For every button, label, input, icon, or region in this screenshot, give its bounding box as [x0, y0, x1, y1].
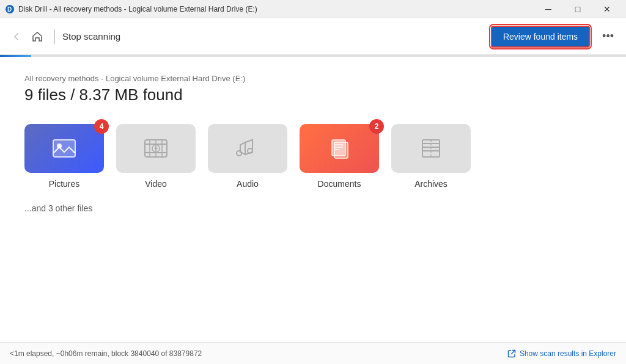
documents-badge: 2 — [369, 119, 384, 134]
toolbar-nav — [7, 27, 46, 46]
title-bar-controls: ─ □ ✕ — [534, 0, 621, 18]
more-options-button[interactable]: ••• — [597, 27, 619, 45]
file-card-pictures[interactable]: 4 Pictures — [24, 124, 104, 189]
video-label: Video — [145, 179, 167, 189]
documents-label: Documents — [318, 179, 361, 189]
archives-icon — [418, 135, 444, 162]
archives-icon-wrap — [391, 124, 471, 173]
pictures-icon-wrap: 4 — [24, 124, 104, 173]
video-icon — [142, 135, 169, 162]
svg-text:D: D — [7, 6, 12, 13]
other-files-text: ...and 3 other files — [24, 203, 602, 213]
file-types-row: 4 Pictures — [24, 124, 602, 189]
documents-icon — [326, 135, 353, 162]
home-icon — [32, 31, 43, 42]
scan-title: 9 files / 8.37 MB found — [24, 86, 602, 104]
window-title: Disk Drill - All recovery methods - Logi… — [18, 5, 257, 13]
show-results-label: Show scan results in Explorer — [520, 349, 616, 358]
toolbar: Stop scanning Review found items ••• — [0, 18, 626, 55]
svg-rect-2 — [53, 140, 75, 157]
review-found-items-button[interactable]: Review found items — [491, 26, 590, 48]
file-card-documents[interactable]: 2 Documents — [300, 124, 379, 189]
minimize-button[interactable]: ─ — [534, 0, 562, 18]
stop-scanning-label: Stop scanning — [62, 31, 484, 42]
svg-point-11 — [237, 151, 241, 156]
maximize-button[interactable]: □ — [564, 0, 592, 18]
home-button[interactable] — [28, 27, 46, 46]
show-results-link[interactable]: Show scan results in Explorer — [507, 349, 616, 358]
archives-label: Archives — [414, 179, 447, 189]
external-link-icon — [507, 349, 516, 358]
file-card-video[interactable]: Video — [116, 124, 196, 189]
title-bar: D Disk Drill - All recovery methods - Lo… — [0, 0, 626, 18]
back-icon — [11, 31, 22, 42]
video-icon-wrap — [116, 124, 196, 173]
pictures-icon — [51, 135, 78, 162]
main-content: All recovery methods - Logical volume Ex… — [0, 57, 626, 342]
close-button[interactable]: ✕ — [593, 0, 621, 18]
app-icon: D — [5, 4, 15, 14]
toolbar-divider — [54, 29, 55, 44]
status-bar: <1m elapsed, ~0h06m remain, block 384004… — [0, 342, 626, 364]
svg-rect-14 — [332, 140, 345, 156]
audio-icon-wrap — [208, 124, 287, 173]
documents-icon-wrap: 2 — [300, 124, 379, 173]
title-bar-left: D Disk Drill - All recovery methods - Lo… — [5, 4, 257, 14]
pictures-label: Pictures — [49, 179, 80, 189]
audio-icon — [234, 135, 261, 162]
file-card-audio[interactable]: Audio — [208, 124, 287, 189]
audio-label: Audio — [237, 179, 259, 189]
pictures-badge: 4 — [94, 119, 109, 134]
scan-subtitle: All recovery methods - Logical volume Ex… — [24, 74, 602, 83]
scan-info: <1m elapsed, ~0h06m remain, block 384004… — [10, 349, 202, 358]
back-button[interactable] — [7, 27, 26, 46]
file-card-archives[interactable]: Archives — [391, 124, 471, 189]
